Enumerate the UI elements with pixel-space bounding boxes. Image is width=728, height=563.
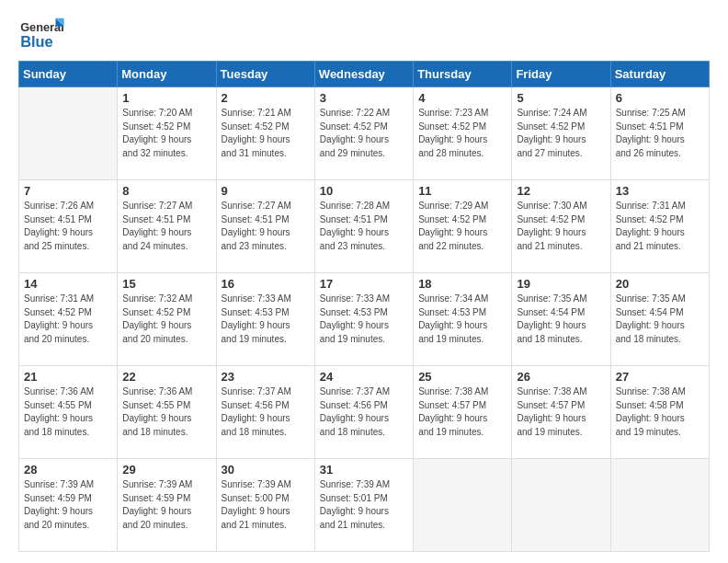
calendar-cell: 17Sunrise: 7:33 AM Sunset: 4:53 PM Dayli…: [314, 273, 413, 366]
calendar-cell: 13Sunrise: 7:31 AM Sunset: 4:52 PM Dayli…: [610, 180, 709, 273]
calendar-cell: 1Sunrise: 7:20 AM Sunset: 4:52 PM Daylig…: [118, 87, 216, 180]
day-number: 20: [616, 277, 705, 291]
day-number: 18: [418, 277, 507, 291]
day-number: 2: [222, 91, 311, 105]
day-info: Sunrise: 7:22 AM Sunset: 4:52 PM Dayligh…: [320, 107, 409, 160]
calendar-cell: 19Sunrise: 7:35 AM Sunset: 4:54 PM Dayli…: [512, 273, 610, 366]
day-number: 19: [517, 277, 606, 291]
day-number: 8: [122, 184, 211, 198]
day-info: Sunrise: 7:36 AM Sunset: 4:55 PM Dayligh…: [122, 385, 211, 439]
day-number: 3: [320, 91, 409, 105]
day-number: 9: [222, 184, 311, 198]
svg-text:Blue: Blue: [20, 33, 53, 50]
day-number: 31: [320, 463, 409, 477]
weekday-header-friday: Friday: [512, 62, 610, 87]
calendar-header: SundayMondayTuesdayWednesdayThursdayFrid…: [19, 62, 710, 87]
day-info: Sunrise: 7:24 AM Sunset: 4:52 PM Dayligh…: [517, 107, 606, 160]
calendar-week-5: 28Sunrise: 7:39 AM Sunset: 4:59 PM Dayli…: [19, 459, 710, 552]
day-info: Sunrise: 7:21 AM Sunset: 4:52 PM Dayligh…: [222, 107, 311, 160]
day-info: Sunrise: 7:38 AM Sunset: 4:58 PM Dayligh…: [616, 385, 705, 439]
calendar-cell: 28Sunrise: 7:39 AM Sunset: 4:59 PM Dayli…: [19, 459, 118, 552]
calendar-cell: 27Sunrise: 7:38 AM Sunset: 4:58 PM Dayli…: [610, 366, 709, 459]
calendar-cell: [19, 87, 118, 180]
calendar-week-1: 1Sunrise: 7:20 AM Sunset: 4:52 PM Daylig…: [19, 87, 710, 180]
calendar-cell: 11Sunrise: 7:29 AM Sunset: 4:52 PM Dayli…: [414, 180, 512, 273]
day-info: Sunrise: 7:28 AM Sunset: 4:51 PM Dayligh…: [320, 200, 409, 253]
calendar-week-2: 7Sunrise: 7:26 AM Sunset: 4:51 PM Daylig…: [19, 180, 710, 273]
calendar-cell: 5Sunrise: 7:24 AM Sunset: 4:52 PM Daylig…: [512, 87, 610, 180]
logo-icon: General Blue: [18, 15, 64, 53]
day-info: Sunrise: 7:35 AM Sunset: 4:54 PM Dayligh…: [517, 293, 606, 346]
day-info: Sunrise: 7:25 AM Sunset: 4:51 PM Dayligh…: [616, 107, 705, 160]
day-number: 14: [24, 277, 113, 291]
calendar-cell: 31Sunrise: 7:39 AM Sunset: 5:01 PM Dayli…: [314, 459, 413, 552]
day-number: 24: [320, 370, 409, 384]
calendar-cell: 4Sunrise: 7:23 AM Sunset: 4:52 PM Daylig…: [414, 87, 512, 180]
day-info: Sunrise: 7:39 AM Sunset: 5:00 PM Dayligh…: [222, 478, 311, 532]
day-number: 10: [320, 184, 409, 198]
calendar-cell: 21Sunrise: 7:36 AM Sunset: 4:55 PM Dayli…: [19, 366, 118, 459]
page: General Blue SundayMondayTuesdayWednesda…: [0, 0, 728, 563]
calendar-cell: 23Sunrise: 7:37 AM Sunset: 4:56 PM Dayli…: [216, 366, 314, 459]
calendar-cell: 9Sunrise: 7:27 AM Sunset: 4:51 PM Daylig…: [216, 180, 314, 273]
day-number: 25: [418, 370, 507, 384]
day-number: 17: [320, 277, 409, 291]
day-info: Sunrise: 7:31 AM Sunset: 4:52 PM Dayligh…: [616, 200, 705, 253]
day-info: Sunrise: 7:36 AM Sunset: 4:55 PM Dayligh…: [24, 385, 113, 439]
calendar-cell: [512, 459, 610, 552]
calendar-cell: [414, 459, 512, 552]
day-number: 29: [122, 463, 211, 477]
calendar-week-4: 21Sunrise: 7:36 AM Sunset: 4:55 PM Dayli…: [19, 366, 710, 459]
weekday-row: SundayMondayTuesdayWednesdayThursdayFrid…: [19, 62, 710, 87]
calendar-cell: 14Sunrise: 7:31 AM Sunset: 4:52 PM Dayli…: [19, 273, 118, 366]
day-number: 27: [616, 370, 705, 384]
day-info: Sunrise: 7:34 AM Sunset: 4:53 PM Dayligh…: [418, 293, 507, 346]
day-info: Sunrise: 7:39 AM Sunset: 4:59 PM Dayligh…: [122, 478, 211, 532]
calendar-cell: 10Sunrise: 7:28 AM Sunset: 4:51 PM Dayli…: [314, 180, 413, 273]
weekday-header-monday: Monday: [118, 62, 216, 87]
day-info: Sunrise: 7:35 AM Sunset: 4:54 PM Dayligh…: [616, 293, 705, 346]
day-info: Sunrise: 7:37 AM Sunset: 4:56 PM Dayligh…: [320, 385, 409, 439]
day-number: 28: [24, 463, 113, 477]
weekday-header-saturday: Saturday: [610, 62, 709, 87]
day-number: 5: [517, 91, 606, 105]
header: General Blue: [18, 15, 710, 53]
day-number: 12: [517, 184, 606, 198]
calendar-cell: 18Sunrise: 7:34 AM Sunset: 4:53 PM Dayli…: [414, 273, 512, 366]
day-info: Sunrise: 7:30 AM Sunset: 4:52 PM Dayligh…: [517, 200, 606, 253]
day-info: Sunrise: 7:27 AM Sunset: 4:51 PM Dayligh…: [222, 200, 311, 253]
day-info: Sunrise: 7:33 AM Sunset: 4:53 PM Dayligh…: [320, 293, 409, 346]
day-info: Sunrise: 7:38 AM Sunset: 4:57 PM Dayligh…: [517, 385, 606, 439]
day-info: Sunrise: 7:31 AM Sunset: 4:52 PM Dayligh…: [24, 293, 113, 346]
calendar-cell: 20Sunrise: 7:35 AM Sunset: 4:54 PM Dayli…: [610, 273, 709, 366]
day-number: 15: [122, 277, 211, 291]
weekday-header-wednesday: Wednesday: [314, 62, 413, 87]
logo: General Blue: [18, 15, 64, 53]
calendar-cell: 7Sunrise: 7:26 AM Sunset: 4:51 PM Daylig…: [19, 180, 118, 273]
day-number: 13: [616, 184, 705, 198]
day-info: Sunrise: 7:23 AM Sunset: 4:52 PM Dayligh…: [418, 107, 507, 160]
day-number: 22: [122, 370, 211, 384]
day-number: 11: [418, 184, 507, 198]
day-info: Sunrise: 7:32 AM Sunset: 4:52 PM Dayligh…: [122, 293, 211, 346]
calendar-cell: 8Sunrise: 7:27 AM Sunset: 4:51 PM Daylig…: [118, 180, 216, 273]
day-info: Sunrise: 7:37 AM Sunset: 4:56 PM Dayligh…: [222, 385, 311, 439]
calendar-cell: 25Sunrise: 7:38 AM Sunset: 4:57 PM Dayli…: [414, 366, 512, 459]
day-number: 1: [122, 91, 211, 105]
day-info: Sunrise: 7:27 AM Sunset: 4:51 PM Dayligh…: [122, 200, 211, 253]
weekday-header-tuesday: Tuesday: [216, 62, 314, 87]
calendar-cell: 26Sunrise: 7:38 AM Sunset: 4:57 PM Dayli…: [512, 366, 610, 459]
calendar-cell: 12Sunrise: 7:30 AM Sunset: 4:52 PM Dayli…: [512, 180, 610, 273]
calendar-cell: 6Sunrise: 7:25 AM Sunset: 4:51 PM Daylig…: [610, 87, 709, 180]
day-number: 16: [222, 277, 311, 291]
calendar-week-3: 14Sunrise: 7:31 AM Sunset: 4:52 PM Dayli…: [19, 273, 710, 366]
day-number: 26: [517, 370, 606, 384]
weekday-header-thursday: Thursday: [414, 62, 512, 87]
day-info: Sunrise: 7:26 AM Sunset: 4:51 PM Dayligh…: [24, 200, 113, 253]
day-number: 23: [222, 370, 311, 384]
day-number: 21: [24, 370, 113, 384]
day-info: Sunrise: 7:33 AM Sunset: 4:53 PM Dayligh…: [222, 293, 311, 346]
day-info: Sunrise: 7:39 AM Sunset: 5:01 PM Dayligh…: [320, 478, 409, 532]
calendar-body: 1Sunrise: 7:20 AM Sunset: 4:52 PM Daylig…: [19, 87, 710, 552]
calendar-cell: 30Sunrise: 7:39 AM Sunset: 5:00 PM Dayli…: [216, 459, 314, 552]
